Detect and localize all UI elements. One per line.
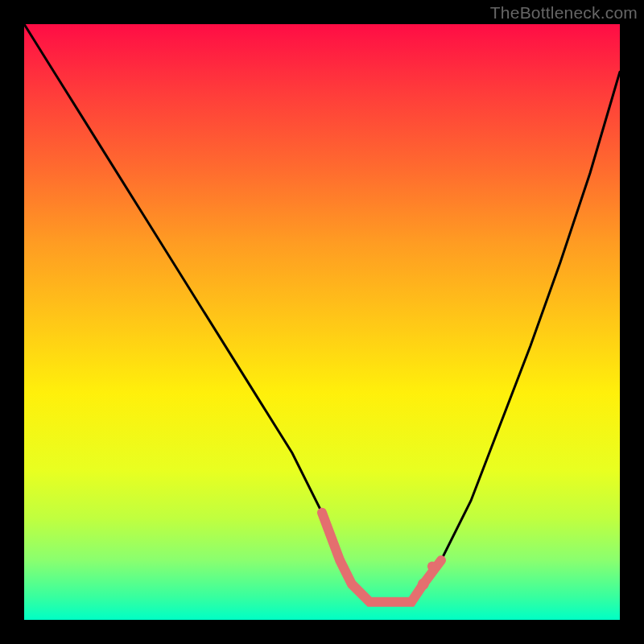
chart-panel (24, 24, 620, 620)
bottleneck-curve (24, 24, 620, 620)
svg-point-1 (427, 561, 437, 571)
watermark-text: TheBottleneck.com (490, 3, 638, 23)
svg-point-0 (418, 579, 429, 590)
